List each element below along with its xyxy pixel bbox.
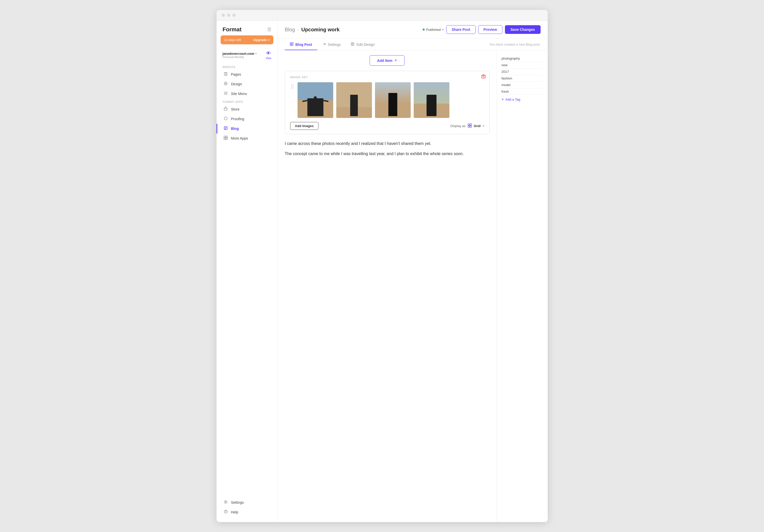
svg-point-24 [352, 44, 353, 45]
image-row [290, 82, 484, 118]
tab-blog-post[interactable]: Blog Post [285, 39, 317, 50]
save-changes-button[interactable]: Save Changes [505, 25, 541, 34]
tag-new: new [501, 62, 543, 69]
sidebar-item-more-apps[interactable]: More Apps [217, 133, 278, 143]
tag-fresh: fresh [501, 89, 543, 95]
svg-point-20 [226, 512, 226, 513]
svg-rect-1 [224, 74, 228, 74]
tab-settings[interactable]: Settings [317, 39, 346, 50]
breadcrumb: Blog › Upcoming work [285, 27, 340, 33]
sidebar-item-settings[interactable]: Settings [217, 498, 278, 507]
photo-thumbnail-2[interactable] [336, 82, 372, 118]
titlebar-dot-yellow [227, 14, 230, 17]
preview-button[interactable]: Preview [478, 25, 502, 34]
svg-rect-2 [224, 75, 228, 76]
more-apps-icon [223, 136, 228, 141]
blog-paragraph-1[interactable]: I came across these photos recently and … [285, 140, 489, 147]
edit-design-tab-icon [351, 42, 354, 47]
site-selector[interactable]: janedovercourt.com ▾ Personal Monthly 👁 … [217, 48, 278, 64]
display-as-control[interactable]: Display as Grid ▾ [451, 123, 484, 128]
tab-edit-design[interactable]: Edit Design [346, 39, 380, 50]
drag-handle[interactable] [290, 82, 294, 91]
photo-thumbnail-1[interactable] [297, 82, 333, 118]
store-label: Store [231, 107, 240, 111]
titlebar-dot-red [222, 14, 225, 17]
sidebar: Format ☰ 14 days left Upgrade > janedove… [217, 21, 278, 522]
header-actions: Published ▾ Share Post Preview Save Chan… [423, 25, 541, 34]
help-label: Help [231, 510, 239, 514]
menu-icon[interactable]: ☰ [267, 27, 271, 32]
sidebar-item-site-menu[interactable]: Site Menu [217, 89, 278, 98]
sidebar-item-blog[interactable]: Blog [217, 124, 278, 133]
tag-fashion: fashion [501, 75, 543, 82]
chevron-down-icon: ▾ [255, 52, 257, 55]
proofing-icon [223, 116, 228, 121]
add-item-label: Add Item [377, 59, 392, 63]
sidebar-item-pages[interactable]: Pages [217, 70, 278, 79]
app-layout: Format ☰ 14 days left Upgrade > janedove… [217, 21, 548, 522]
add-tag-plus-icon: + [501, 97, 504, 101]
display-chevron-icon: ▾ [483, 124, 484, 127]
status-badge[interactable]: Published ▾ [423, 28, 444, 32]
editor-area: Add Item + IMAGE SET [278, 50, 497, 522]
svg-point-3 [224, 82, 227, 85]
site-menu-icon [223, 91, 228, 96]
eye-icon: 👁 [266, 51, 271, 56]
app-window: Format ☰ 14 days left Upgrade > janedove… [217, 10, 548, 522]
svg-point-4 [225, 83, 226, 84]
photo-thumbnail-4[interactable] [414, 82, 449, 118]
tag-2017: 2017 [501, 69, 543, 75]
site-menu-label: Site Menu [231, 92, 247, 96]
view-label: View [266, 57, 271, 60]
card-bottom: Add Images Display as Grid ▾ [290, 122, 484, 130]
sidebar-item-proofing[interactable]: Proofing [217, 114, 278, 124]
svg-rect-8 [224, 108, 227, 110]
display-value: Grid [474, 124, 481, 128]
sidebar-item-design[interactable]: Design [217, 79, 278, 89]
site-info: janedovercourt.com ▾ Personal Monthly [223, 52, 257, 59]
add-item-button[interactable]: Add Item + [370, 55, 404, 66]
settings-label: Settings [231, 500, 244, 504]
tabs-left: Blog Post Settings Edit Design [285, 39, 380, 50]
status-chevron-icon: ▾ [442, 28, 444, 31]
svg-rect-17 [226, 138, 228, 139]
tab-settings-label: Settings [328, 43, 341, 47]
svg-rect-28 [468, 126, 470, 127]
blog-paragraph-2[interactable]: The concept came to me while I was trave… [285, 150, 489, 157]
upgrade-banner[interactable]: 14 days left Upgrade > [221, 35, 273, 44]
add-tag-button[interactable]: + Add a Tag [501, 97, 543, 101]
section-label-website: WEBSITE [217, 64, 278, 70]
sidebar-bottom: Settings Help [217, 498, 278, 522]
view-button[interactable]: 👁 View [266, 51, 271, 60]
sidebar-item-store[interactable]: Store [217, 104, 278, 114]
add-images-button[interactable]: Add Images [290, 122, 319, 130]
add-item-row: Add Item + [285, 55, 489, 66]
pages-label: Pages [231, 72, 241, 77]
section-label-format-apps: FORMAT APPS [217, 98, 278, 104]
svg-rect-14 [224, 136, 226, 137]
upgrade-days-label: 14 days left [224, 38, 241, 42]
tab-blog-post-label: Blog Post [295, 43, 312, 47]
blog-post-tab-icon [290, 42, 293, 47]
blog-label: Blog [231, 126, 239, 131]
svg-point-9 [224, 117, 227, 120]
main-content: Blog › Upcoming work Published ▾ Share P… [278, 21, 548, 522]
sidebar-item-help[interactable]: Help [217, 507, 278, 517]
delete-image-set-button[interactable] [481, 74, 486, 80]
design-icon [223, 82, 228, 87]
svg-rect-29 [470, 126, 472, 127]
svg-rect-16 [224, 138, 226, 139]
breadcrumb-title: Upcoming work [301, 27, 340, 33]
breadcrumb-arrow: › [297, 27, 299, 32]
status-label: Published [426, 28, 441, 32]
breadcrumb-blog: Blog [285, 27, 295, 33]
share-post-button[interactable]: Share Post [446, 25, 476, 34]
image-set-label: IMAGE SET [290, 76, 484, 79]
titlebar [217, 10, 548, 21]
svg-rect-0 [224, 72, 228, 73]
sidebar-header: Format ☰ [217, 21, 278, 35]
tag-photography: photography [501, 55, 543, 62]
photo-thumbnail-3[interactable] [375, 82, 411, 118]
svg-rect-15 [226, 136, 228, 137]
upgrade-link[interactable]: Upgrade > [254, 38, 270, 42]
